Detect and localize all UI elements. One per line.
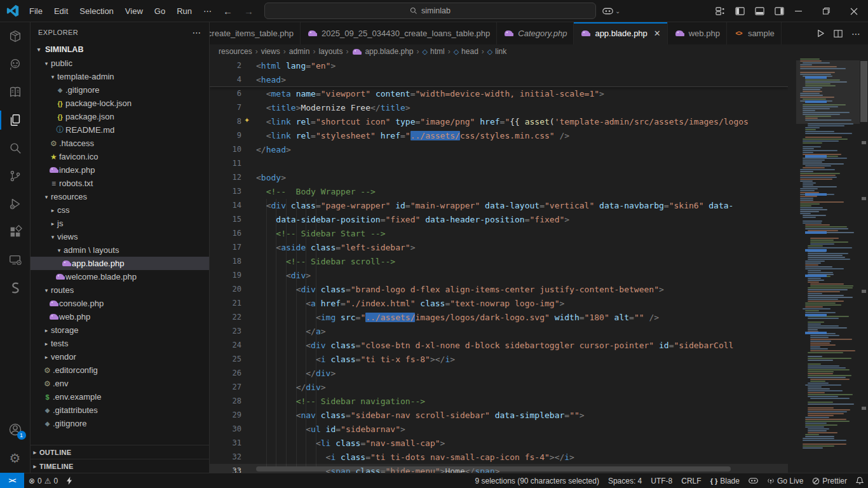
tree-file-robots.txt[interactable]: ≡robots.txt	[31, 177, 209, 190]
menu-go[interactable]: Go	[149, 0, 171, 22]
s-logo-icon[interactable]	[0, 274, 31, 302]
menu-edit[interactable]: Edit	[48, 0, 74, 22]
package-icon[interactable]	[0, 22, 31, 50]
scrollbar-thumb[interactable]	[860, 61, 867, 122]
close-tab-icon[interactable]: ✕	[654, 29, 661, 38]
status-encoding[interactable]: UTF-8	[646, 474, 677, 488]
code-line[interactable]: 8✦ <link rel="shortcut icon" type="image…	[210, 114, 788, 128]
tree-file-console.php[interactable]: console.php	[31, 297, 209, 310]
tree-file-.env.example[interactable]: $.env.example	[31, 390, 209, 403]
zap-icon[interactable]	[62, 474, 77, 488]
toggle-secondary-sidebar-icon[interactable]	[775, 6, 784, 16]
code-line[interactable]: 21 <a href="./index.html" class="text-no…	[210, 296, 788, 310]
customize-layout-icon[interactable]	[715, 6, 725, 16]
tree-folder-tests[interactable]: ▸tests	[31, 337, 209, 350]
close-window-button[interactable]	[840, 0, 868, 22]
tree-folder-public[interactable]: ▾public	[31, 57, 209, 70]
breadcrumb-item-app.blade.php[interactable]: app.blade.php	[351, 47, 413, 56]
breadcrumb-item-views[interactable]: views	[261, 47, 280, 56]
code-line[interactable]: 22 <img src="../assets/images/logos/dark…	[210, 310, 788, 324]
code-line[interactable]: 10</head>	[210, 142, 788, 156]
code-line[interactable]: 31 <li class="nav-small-cap">	[210, 436, 788, 450]
code-line[interactable]: 20 <div class="brand-logo d-flex align-i…	[210, 282, 788, 296]
remote-explorer-icon[interactable]	[0, 246, 31, 274]
tree-file-readme.md[interactable]: ⓘREADME.md	[31, 123, 209, 137]
menu-file[interactable]: File	[24, 0, 48, 22]
code-line[interactable]: 32 <i class="ti ti-dots nav-small-cap-ic…	[210, 450, 788, 464]
more-actions-icon[interactable]: ⋯	[851, 29, 860, 39]
code-line[interactable]: 19 <div>	[210, 268, 788, 282]
restore-button[interactable]	[812, 0, 840, 22]
status-selection-count[interactable]: 9 selections (90 characters selected)	[470, 474, 603, 488]
code-line[interactable]: 15 data-sidebar-position="fixed" data-he…	[210, 212, 788, 226]
breadcrumb-item-html[interactable]: ◇html	[423, 47, 445, 56]
tree-folder-storage[interactable]: ▸storage	[31, 323, 209, 337]
minimap-slider[interactable]	[796, 60, 860, 124]
tree-file-package-lock.json[interactable]: {}package-lock.json	[31, 97, 209, 110]
code-line[interactable]: 13 <!-- Body Wrapper -->	[210, 184, 788, 198]
breadcrumb-item-link[interactable]: ◇link	[487, 47, 506, 56]
status-eol[interactable]: CRLF	[677, 474, 705, 488]
code-line[interactable]: 24 <div class="close-btn d-xl-none d-blo…	[210, 338, 788, 352]
nav-forward-arrow[interactable]: →	[238, 6, 259, 17]
code-line[interactable]: 28 <!-- Sidebar navigation-->	[210, 394, 788, 408]
code-editor[interactable]: 2<html lang="en">4<head> 6 <meta name="v…	[210, 58, 860, 473]
breadcrumb-item-layouts[interactable]: layouts	[318, 47, 342, 56]
remote-indicator[interactable]: ><	[0, 473, 24, 488]
toggle-sidebar-icon[interactable]	[735, 6, 745, 16]
tab-category-php[interactable]: Category.php	[497, 22, 574, 44]
menu-more[interactable]: ⋯	[198, 0, 217, 22]
minimize-button[interactable]	[784, 0, 812, 22]
code-line[interactable]: 25 <i class="ti ti-x fs-8"></i>	[210, 352, 788, 366]
tree-file-welcome.blade.php[interactable]: welcome.blade.php	[31, 270, 209, 283]
code-line[interactable]: 27 </div>	[210, 380, 788, 394]
tree-folder-admin-layouts[interactable]: ▾admin \ layouts	[31, 243, 209, 257]
horizontal-scrollbar[interactable]	[256, 466, 731, 471]
tree-folder-resources[interactable]: ▾resources	[31, 190, 209, 203]
source-control-icon[interactable]	[0, 162, 31, 190]
tab-sample[interactable]: <>sample	[727, 22, 782, 44]
code-line[interactable]: 14 <div class="page-wrapper" id="main-wr…	[210, 198, 788, 212]
extensions-icon[interactable]	[0, 218, 31, 246]
vertical-scrollbar[interactable]	[860, 58, 868, 473]
code-line[interactable]: 18 <!-- Sidebar scroll-->	[210, 254, 788, 268]
tab-app-blade-php[interactable]: app.blade.php✕	[574, 22, 667, 44]
breadcrumb-item-head[interactable]: ◇head	[454, 47, 478, 56]
accounts-icon[interactable]: 1	[0, 416, 31, 444]
section-timeline[interactable]: ▸TIMELINE	[31, 459, 209, 473]
tree-folder-views[interactable]: ▾views	[31, 230, 209, 243]
code-line[interactable]: 30 <ul id="sidebarnav">	[210, 422, 788, 436]
tree-folder-routes[interactable]: ▾routes	[31, 283, 209, 297]
tree-file-.env[interactable]: ⚙.env	[31, 377, 209, 390]
status-copilot-status[interactable]	[744, 474, 763, 488]
split-editor-icon[interactable]	[834, 29, 843, 38]
settings-gear-icon[interactable]: ⚙	[0, 444, 31, 473]
menu-run[interactable]: Run	[171, 0, 198, 22]
tree-file-.gitattributes[interactable]: ◆.gitattributes	[31, 403, 209, 417]
tree-file-.htaccess[interactable]: ⚙.htaccess	[31, 137, 209, 150]
code-line[interactable]: 2<html lang="en">	[210, 58, 788, 72]
status-notifications[interactable]	[851, 474, 868, 488]
tree-file-app.blade.php[interactable]: app.blade.php	[31, 257, 209, 270]
tree-folder-template-admin[interactable]: ▾template-admin	[31, 70, 209, 83]
code-line[interactable]: 16 <!-- Sidebar Start -->	[210, 226, 788, 240]
tab-2025-09-25-034430-create-loans-table-php[interactable]: 2025_09_25_034430_create_loans_table.php	[301, 22, 497, 44]
tab-web-php[interactable]: web.php	[668, 22, 727, 44]
status-language-mode[interactable]: { }Blade	[706, 474, 744, 488]
search-icon[interactable]	[0, 134, 31, 162]
breadcrumb-item-admin[interactable]: admin	[289, 47, 310, 56]
monkey-face-icon[interactable]	[0, 50, 31, 78]
menu-selection[interactable]: Selection	[74, 0, 119, 22]
code-line[interactable]: 12<body>	[210, 170, 788, 184]
code-line[interactable]: 23 </a>	[210, 324, 788, 338]
workspace-root[interactable]: ▾ SIMINLAB	[31, 43, 209, 57]
tree-file-.gitignore[interactable]: ◆.gitignore	[31, 417, 209, 430]
code-line[interactable]: 17 <aside class="left-sidebar">	[210, 240, 788, 254]
code-line[interactable]: 7 <title>Modernize Free</title>	[210, 100, 788, 114]
tree-file-package.json[interactable]: {}package.json	[31, 110, 209, 123]
tree-folder-js[interactable]: ▸js	[31, 217, 209, 230]
run-file-icon[interactable]	[817, 29, 825, 37]
tree-folder-css[interactable]: ▸css	[31, 203, 209, 217]
sticky-scroll[interactable]: 2<html lang="en">4<head>	[210, 58, 788, 87]
book-icon[interactable]	[0, 78, 31, 106]
